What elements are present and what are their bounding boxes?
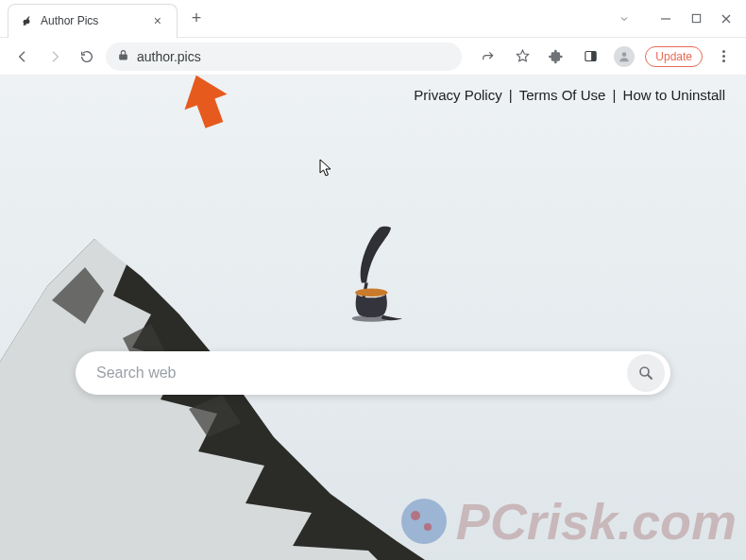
- search-bar: [76, 351, 670, 395]
- tab-close-icon[interactable]: ×: [150, 13, 165, 28]
- tab-title: Author Pics: [41, 14, 150, 27]
- side-panel-icon[interactable]: [577, 43, 603, 70]
- svg-point-5: [355, 288, 387, 297]
- browser-tab[interactable]: Author Pics ×: [8, 4, 178, 38]
- chevron-down-icon[interactable]: [618, 12, 631, 25]
- search-button[interactable]: [627, 354, 665, 392]
- reload-button[interactable]: [74, 43, 100, 70]
- share-icon[interactable]: [475, 43, 501, 70]
- url-text: author.pics: [137, 49, 201, 64]
- close-icon[interactable]: [720, 12, 733, 25]
- svg-rect-1: [692, 14, 700, 22]
- site-logo-quill-icon: [331, 217, 415, 331]
- maximize-icon[interactable]: [689, 12, 703, 25]
- menu-dots-icon[interactable]: [710, 43, 737, 70]
- minimize-icon[interactable]: [659, 12, 672, 25]
- bookmark-star-icon[interactable]: [509, 43, 535, 70]
- tab-favicon: [20, 14, 33, 27]
- extensions-icon[interactable]: [543, 43, 569, 70]
- svg-rect-3: [591, 52, 596, 61]
- svg-line-8: [648, 375, 652, 379]
- forward-button[interactable]: [42, 43, 68, 70]
- privacy-policy-link[interactable]: Privacy Policy: [414, 87, 501, 103]
- search-icon: [637, 365, 654, 382]
- search-input[interactable]: [96, 365, 627, 382]
- svg-point-4: [622, 52, 627, 57]
- terms-of-use-link[interactable]: Terms Of Use: [519, 87, 606, 103]
- profile-avatar[interactable]: [611, 43, 637, 70]
- top-links: Privacy Policy | Terms Of Use | How to U…: [414, 87, 725, 103]
- how-to-uninstall-link[interactable]: How to Uninstall: [623, 87, 725, 103]
- new-tab-button[interactable]: +: [183, 6, 210, 32]
- update-button[interactable]: Update: [645, 46, 703, 67]
- lock-icon: [117, 49, 129, 64]
- address-bar[interactable]: author.pics: [106, 42, 462, 71]
- back-button[interactable]: [9, 43, 36, 70]
